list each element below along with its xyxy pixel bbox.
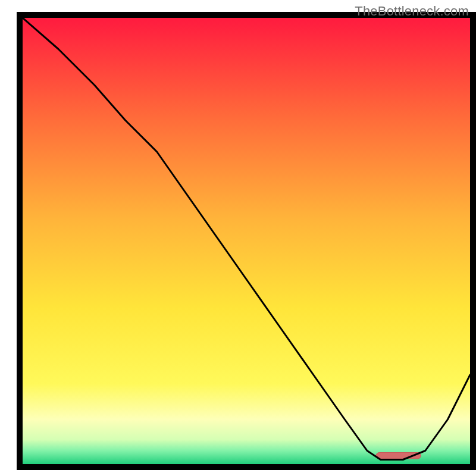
watermark-text: TheBottleneck.com: [355, 4, 469, 19]
plot-background: [23, 18, 470, 464]
chart-root: TheBottleneck.com: [0, 0, 476, 476]
bottleneck-chart: [0, 0, 476, 476]
